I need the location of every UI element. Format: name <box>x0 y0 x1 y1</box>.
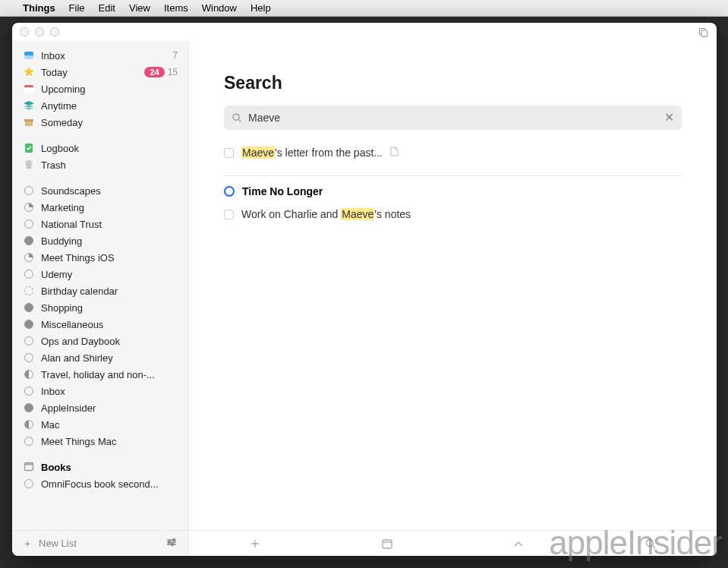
project-progress-icon <box>23 268 35 280</box>
sidebar-area-books[interactable]: Books <box>12 459 188 475</box>
project-progress-icon <box>23 478 35 490</box>
project-progress-icon <box>23 418 35 431</box>
svg-point-14 <box>233 114 239 120</box>
calendar-icon <box>23 83 35 95</box>
sidebar-label: Mac <box>41 419 178 431</box>
sidebar-label: Anytime <box>41 100 178 112</box>
svg-rect-7 <box>25 121 33 126</box>
result-title: Maeve's letter from the past... <box>241 147 383 159</box>
section-title: Time No Longer <box>242 185 323 197</box>
move-icon[interactable] <box>512 538 525 550</box>
project-progress-icon <box>23 301 35 314</box>
sidebar-label: Inbox <box>41 386 178 397</box>
search-input[interactable] <box>248 112 658 124</box>
sidebar-item-project[interactable]: Birthday calendar <box>12 282 188 299</box>
menu-file[interactable]: File <box>69 2 85 14</box>
svg-point-12 <box>169 541 171 544</box>
window-controls <box>20 27 59 36</box>
sidebar-item-project[interactable]: Meet Things iOS <box>12 249 188 266</box>
sidebar-label: Trash <box>41 159 178 171</box>
sidebar: Inbox 7 Today 24 15 <box>12 41 189 556</box>
calendar-footer-icon[interactable] <box>381 538 393 550</box>
search-section-header[interactable]: Time No Longer <box>224 185 682 197</box>
svg-rect-1 <box>701 30 708 36</box>
sidebar-item-upcoming[interactable]: Upcoming <box>12 80 188 97</box>
menu-app[interactable]: Things <box>23 2 55 14</box>
menubar[interactable]: Things File Edit View Items Window Help <box>0 0 728 17</box>
sidebar-item-project[interactable]: Miscellaneous <box>12 316 188 333</box>
search-result[interactable]: Maeve's letter from the past... <box>224 144 682 162</box>
project-progress-icon <box>23 385 35 397</box>
plus-icon: ＋ <box>23 537 33 551</box>
sidebar-item-project[interactable]: Alan and Shirley <box>12 349 188 366</box>
sidebar-item-project[interactable]: Meet Things Mac <box>12 433 188 450</box>
sidebar-toggle-icon[interactable] <box>698 27 709 37</box>
svg-rect-5 <box>24 87 33 93</box>
stack-icon <box>23 99 35 112</box>
menu-edit[interactable]: Edit <box>99 2 115 14</box>
sidebar-item-project[interactable]: OmniFocus book second... <box>12 475 188 492</box>
new-todo-icon[interactable] <box>249 538 261 550</box>
sidebar-label: Ops and Daybook <box>41 336 178 347</box>
sidebar-item-inbox[interactable]: Inbox 7 <box>12 47 188 64</box>
sidebar-item-project[interactable]: Ops and Daybook <box>12 333 188 349</box>
todo-checkbox[interactable] <box>224 210 234 219</box>
sidebar-item-project[interactable]: Shopping <box>12 299 188 316</box>
zoom-button[interactable] <box>50 27 59 36</box>
sidebar-item-anytime[interactable]: Anytime <box>12 97 188 114</box>
menu-items[interactable]: Items <box>164 2 188 14</box>
project-circle-icon <box>224 186 235 197</box>
note-icon <box>390 147 399 159</box>
sidebar-item-someday[interactable]: Someday <box>12 114 188 131</box>
project-progress-icon <box>23 335 35 347</box>
menu-view[interactable]: View <box>129 2 150 14</box>
project-progress-icon <box>23 435 35 447</box>
project-progress-icon <box>23 368 35 380</box>
sidebar-label: Marketing <box>41 202 178 213</box>
sidebar-item-logbook[interactable]: Logbook <box>12 140 188 156</box>
sidebar-item-trash[interactable]: Trash <box>12 156 188 173</box>
sidebar-item-project[interactable]: Marketing <box>12 199 188 216</box>
sidebar-item-project[interactable]: Mac <box>12 416 188 433</box>
sidebar-label: Meet Things iOS <box>41 252 178 263</box>
sidebar-label: Inbox <box>41 50 166 62</box>
today-badge: 24 <box>144 67 164 77</box>
project-progress-icon <box>23 201 35 213</box>
project-progress-icon <box>23 218 35 230</box>
sidebar-item-project[interactable]: Buddying <box>12 232 188 249</box>
sidebar-item-project[interactable]: Travel, holiday and non-... <box>12 366 188 383</box>
sidebar-label: Soundscapes <box>41 185 178 197</box>
sidebar-item-project[interactable]: Inbox <box>12 383 188 399</box>
sidebar-label: Upcoming <box>41 84 178 95</box>
project-progress-icon <box>23 235 35 247</box>
sidebar-label: Birthday calendar <box>41 286 178 297</box>
quicksearch-icon[interactable] <box>644 538 657 550</box>
sidebar-item-project[interactable]: Soundscapes <box>12 182 188 199</box>
area-icon <box>23 461 35 473</box>
todo-checkbox[interactable] <box>224 148 234 158</box>
search-result[interactable]: Work on Charlie and Maeve's notes <box>224 205 682 223</box>
sidebar-label: Shopping <box>41 302 178 314</box>
sidebar-label: Meet Things Mac <box>41 436 178 447</box>
sidebar-footer: ＋ New List <box>12 530 188 556</box>
trash-icon <box>23 159 35 171</box>
minimize-button[interactable] <box>35 27 44 36</box>
sidebar-item-project[interactable]: Udemy <box>12 266 188 282</box>
new-list-button[interactable]: ＋ New List <box>23 537 77 551</box>
svg-point-11 <box>173 539 175 541</box>
close-button[interactable] <box>20 27 29 36</box>
menu-window[interactable]: Window <box>202 2 237 14</box>
sidebar-item-project[interactable]: AppleInsider <box>12 399 188 416</box>
sidebar-label: Today <box>41 67 138 78</box>
clear-search-icon[interactable]: ✕ <box>664 112 674 124</box>
svg-rect-6 <box>24 119 33 121</box>
search-field[interactable]: ✕ <box>224 106 682 130</box>
app-window: Inbox 7 Today 24 15 <box>12 23 717 556</box>
settings-icon[interactable] <box>165 536 178 551</box>
menu-help[interactable]: Help <box>251 2 271 14</box>
sidebar-label: Logbook <box>41 143 178 154</box>
sidebar-item-project[interactable]: National Trust <box>12 216 188 232</box>
sidebar-item-today[interactable]: Today 24 15 <box>12 64 188 80</box>
sidebar-label: Someday <box>41 117 178 128</box>
titlebar <box>12 23 717 41</box>
